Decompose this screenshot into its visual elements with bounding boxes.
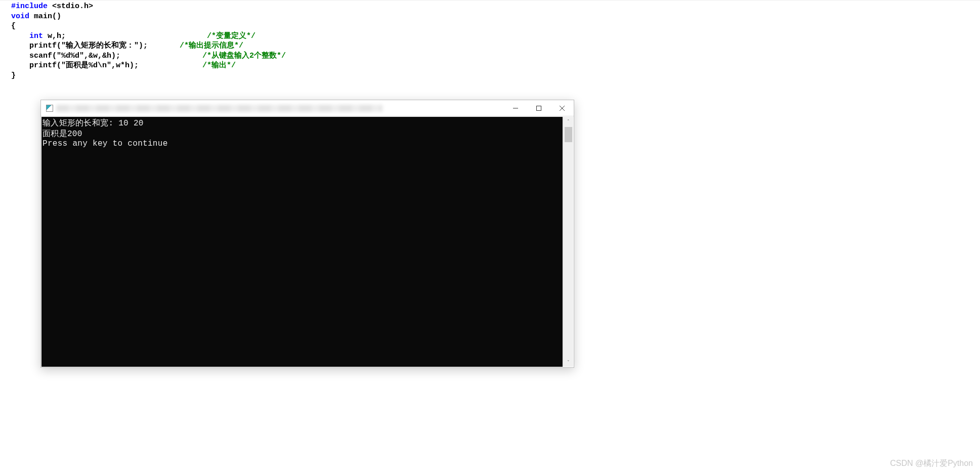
comment: /*从键盘输入2个整数*/	[202, 52, 286, 60]
code-line-8: }	[11, 71, 980, 81]
close-icon	[559, 105, 565, 111]
console-output[interactable]: 输入矩形的长和宽: 10 20面积是200Press any key to co…	[41, 117, 563, 367]
comment: /*输出*/	[202, 61, 236, 70]
code-text: main()	[29, 12, 61, 21]
code-line-5: printf("输入矩形的长和宽："); /*输出提示信息*/	[11, 41, 980, 51]
app-icon	[46, 105, 53, 112]
code-text: printf("面积是%d\n",w*h);	[29, 61, 139, 70]
console-line: 面积是200	[42, 128, 562, 139]
watermark-text: CSDN @橘汁爱Python	[890, 458, 973, 469]
scroll-down-button[interactable]: ˅	[564, 358, 573, 367]
indent	[11, 52, 29, 60]
code-text: scanf("%d%d",&w,&h);	[29, 52, 120, 60]
code-text: printf("输入矩形的长和宽：");	[29, 41, 148, 50]
code-text: }	[11, 71, 16, 80]
code-text: w,h;	[43, 32, 66, 40]
console-line: 输入矩形的长和宽: 10 20	[42, 118, 562, 128]
keyword: int	[29, 32, 43, 40]
window-controls	[504, 100, 574, 116]
code-line-2: void main()	[11, 12, 980, 22]
keyword: void	[11, 12, 29, 21]
window-title-blurred	[56, 105, 382, 112]
comment: /*输出提示信息*/	[180, 41, 243, 50]
code-text: <stdio.h>	[48, 2, 93, 11]
minimize-button[interactable]	[504, 100, 527, 116]
comment: /*变量定义*/	[207, 32, 255, 40]
keyword: #include	[11, 2, 48, 11]
code-editor: #include <stdio.h> void main() { int w,h…	[0, 0, 980, 80]
scrollbar-vertical[interactable]: ˄ ˅	[563, 117, 573, 367]
svg-rect-1	[537, 106, 541, 110]
pad	[139, 61, 202, 70]
code-text: {	[11, 22, 16, 30]
close-button[interactable]	[550, 100, 574, 116]
indent	[11, 32, 29, 40]
pad	[148, 41, 180, 50]
maximize-button[interactable]	[527, 100, 550, 116]
pad	[66, 32, 207, 40]
code-line-3: {	[11, 21, 980, 31]
code-line-4: int w,h; /*变量定义*/	[11, 31, 980, 41]
window-titlebar[interactable]	[41, 100, 574, 116]
scroll-thumb[interactable]	[565, 127, 572, 142]
pad	[120, 52, 202, 60]
console-line: Press any key to continue	[42, 139, 562, 148]
scroll-up-button[interactable]: ˄	[564, 117, 573, 126]
minimize-icon	[513, 105, 519, 111]
code-line-6: scanf("%d%d",&w,&h); /*从键盘输入2个整数*/	[11, 51, 980, 61]
console-window: 输入矩形的长和宽: 10 20面积是200Press any key to co…	[40, 100, 574, 368]
code-line-7: printf("面积是%d\n",w*h); /*输出*/	[11, 61, 980, 71]
indent	[11, 61, 29, 70]
indent	[11, 41, 29, 50]
maximize-icon	[536, 105, 542, 111]
code-line-1: #include <stdio.h>	[11, 2, 980, 12]
